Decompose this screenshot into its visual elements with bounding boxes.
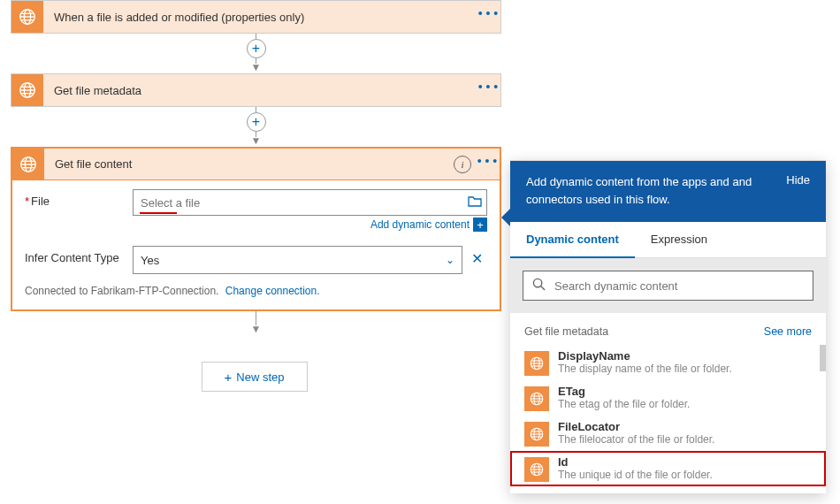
ftp-icon	[524, 386, 549, 411]
item-desc: The etag of the file or folder.	[558, 398, 812, 410]
add-step-button-2[interactable]: +	[247, 112, 266, 132]
info-icon[interactable]: i	[454, 156, 471, 173]
metadata-menu-button[interactable]: • • •	[476, 80, 500, 94]
trigger-menu-button[interactable]: • • •	[476, 6, 500, 20]
plus-icon: +	[473, 218, 487, 232]
add-dynamic-content-link[interactable]: Add dynamic content +	[133, 218, 487, 232]
infer-select[interactable]: Yes ⌄	[133, 246, 462, 274]
chevron-down-icon: ⌄	[446, 254, 454, 266]
item-title: Id	[558, 455, 812, 469]
infer-label: Infer Content Type	[25, 246, 133, 264]
file-input[interactable]	[133, 189, 487, 216]
search-input[interactable]	[554, 279, 804, 293]
item-title: ETag	[558, 385, 812, 398]
connector-2: + ▼	[11, 107, 501, 147]
list-item[interactable]: FileLocator The filelocator of the file …	[510, 416, 826, 451]
ftp-icon	[524, 422, 549, 447]
trigger-title: When a file is added or modified (proper…	[43, 11, 476, 24]
spellcheck-underline	[140, 212, 177, 214]
svg-line-6	[541, 286, 545, 289]
search-container	[523, 271, 813, 301]
ftp-icon	[12, 149, 44, 180]
list-item[interactable]: ETag The etag of the file or folder.	[510, 380, 826, 416]
scrollbar[interactable]	[820, 345, 826, 371]
metadata-step[interactable]: Get file metadata • • •	[11, 73, 501, 107]
ftp-icon	[524, 457, 549, 482]
new-step-button[interactable]: +New step	[202, 362, 308, 392]
see-more-link[interactable]: See more	[764, 325, 812, 338]
section-title: Get file metadata	[524, 325, 608, 338]
item-title: FileLocator	[558, 420, 812, 433]
add-step-button-1[interactable]: +	[247, 39, 266, 58]
content-menu-button[interactable]: • • •	[475, 154, 500, 168]
file-label: *File	[25, 189, 133, 208]
tab-dynamic-content[interactable]: Dynamic content	[510, 222, 635, 258]
ftp-icon	[11, 1, 43, 33]
panel-header-text: Add dynamic content from the apps and an…	[526, 173, 775, 208]
trigger-step[interactable]: When a file is added or modified (proper…	[11, 0, 501, 34]
panel-pointer	[501, 209, 510, 226]
panel-tabs: Dynamic content Expression	[510, 222, 826, 258]
list-item[interactable]: DisplayName The display name of the file…	[510, 345, 826, 380]
item-desc: The display name of the file or folder.	[558, 363, 812, 375]
dynamic-content-list: DisplayName The display name of the file…	[510, 345, 826, 493]
item-desc: The unique id of the file or folder.	[558, 469, 812, 481]
tab-expression[interactable]: Expression	[635, 222, 723, 257]
metadata-title: Get file metadata	[43, 84, 476, 97]
folder-picker-icon[interactable]	[468, 195, 482, 210]
connector-1: + ▼	[11, 34, 501, 73]
connection-info: Connected to Fabrikam-FTP-Connection. Ch…	[25, 278, 487, 301]
clear-field-button[interactable]: ✕	[468, 246, 487, 274]
content-step: Get file content i • • • *File Add dynam…	[11, 147, 501, 311]
ftp-icon	[11, 74, 43, 106]
dynamic-content-panel: Add dynamic content from the apps and an…	[510, 160, 826, 493]
change-connection-link[interactable]: Change connection.	[225, 285, 320, 297]
ftp-icon	[524, 351, 549, 376]
item-desc: The filelocator of the file or folder.	[558, 433, 812, 446]
hide-panel-link[interactable]: Hide	[786, 173, 810, 187]
content-title: Get file content	[44, 157, 454, 171]
search-icon	[532, 278, 546, 294]
item-title: DisplayName	[558, 349, 812, 363]
connector-3: ▼	[11, 311, 501, 335]
list-item-id[interactable]: Id The unique id of the file or folder.	[510, 451, 826, 486]
svg-point-5	[533, 279, 541, 286]
